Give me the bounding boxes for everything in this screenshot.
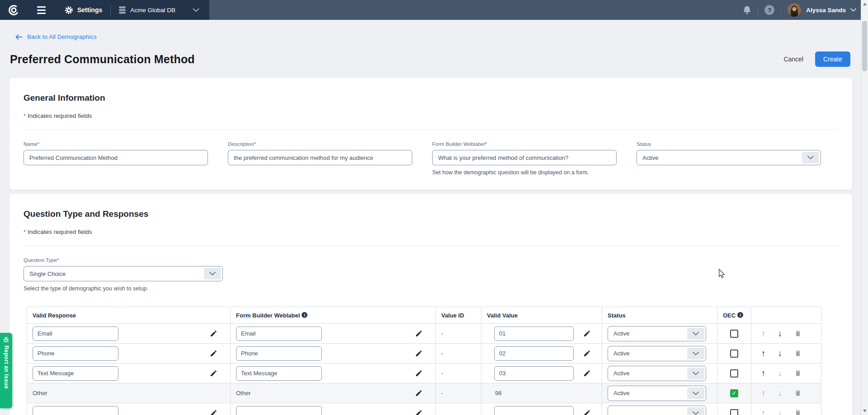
table-row: Other Other - 98 Active ✓ ↑ ↓	[27, 383, 821, 403]
edit-pencil-icon[interactable]	[583, 369, 591, 377]
required-note: * Indicates required fields	[24, 228, 838, 235]
valid-value-input[interactable]	[494, 326, 574, 341]
valid-response-input[interactable]	[33, 406, 118, 415]
delete-trash-icon[interactable]	[794, 409, 802, 415]
create-button[interactable]: Create	[815, 51, 850, 67]
edit-pencil-icon[interactable]	[210, 409, 217, 415]
col-value-id: Value ID	[436, 307, 481, 324]
weblabel-input[interactable]	[236, 366, 322, 381]
chevron-down-icon	[802, 152, 819, 163]
user-name[interactable]: Alyssa Sands	[806, 7, 846, 14]
delete-trash-icon[interactable]	[794, 350, 802, 357]
move-up-button[interactable]: ↑	[761, 329, 766, 338]
avatar[interactable]	[788, 3, 801, 17]
oec-checkbox[interactable]: ✓	[730, 409, 738, 415]
move-down-button[interactable]: ↓	[778, 329, 783, 338]
edit-pencil-icon[interactable]	[583, 409, 591, 415]
valid-response-input[interactable]	[33, 326, 118, 341]
database-icon	[119, 6, 126, 14]
info-icon[interactable]: i	[737, 312, 743, 318]
database-selector[interactable]: Acme Global DB	[119, 6, 175, 14]
edit-pencil-icon[interactable]	[210, 369, 217, 377]
question-type-card: Question Type and Responses * Indicates …	[9, 193, 853, 415]
col-oec: OECi	[717, 307, 751, 324]
move-up-button[interactable]: ↑	[761, 349, 766, 358]
user-chevron-down-icon[interactable]	[850, 8, 856, 12]
back-arrow-icon	[15, 34, 23, 40]
valid-value-input[interactable]	[494, 346, 574, 361]
row-status-select[interactable]: Active	[608, 366, 706, 381]
row-status-select[interactable]	[608, 406, 706, 415]
edit-pencil-icon[interactable]	[583, 350, 591, 357]
name-input[interactable]	[24, 150, 208, 165]
report-issue-tab[interactable]: Report an Issue	[0, 333, 12, 408]
back-link[interactable]: Back to All Demographics	[15, 33, 97, 40]
scroll-down-arrow[interactable]	[863, 410, 867, 412]
row-status-select[interactable]: Active	[608, 346, 706, 361]
table-row: - Active ✓ ↑ ↓	[27, 364, 821, 383]
move-up-button[interactable]: ↑	[761, 409, 766, 415]
edit-pencil-icon[interactable]	[415, 389, 423, 397]
col-status: Status	[602, 307, 717, 324]
row-status-select[interactable]: Active	[608, 386, 706, 401]
weblabel-input[interactable]	[236, 346, 322, 361]
move-down-button[interactable]: ↓	[778, 369, 783, 378]
valid-response-input[interactable]	[33, 366, 118, 381]
general-information-title: General Information	[24, 93, 838, 103]
valid-value-input[interactable]	[494, 406, 574, 415]
row-status-select[interactable]: Active	[608, 326, 706, 341]
oec-checkbox[interactable]: ✓	[730, 330, 738, 338]
edit-pencil-icon[interactable]	[415, 330, 423, 337]
gear-icon	[65, 6, 73, 14]
question-type-label: Question Type*	[24, 257, 838, 263]
move-down-button[interactable]: ↓	[778, 349, 783, 358]
name-field: Name*	[24, 141, 208, 176]
edit-pencil-icon[interactable]	[415, 409, 423, 415]
move-up-button[interactable]: ↑	[761, 389, 766, 397]
delete-trash-icon[interactable]	[794, 330, 802, 337]
scrollbar-thumb[interactable]	[862, 21, 867, 71]
weblabel-label: Form Builder Weblabel*	[432, 141, 617, 147]
oec-checkbox[interactable]: ✓	[730, 369, 738, 378]
description-input[interactable]	[228, 150, 412, 165]
menu-icon[interactable]	[37, 6, 46, 14]
edit-pencil-icon[interactable]	[210, 330, 217, 337]
help-icon[interactable]: ?	[764, 5, 774, 15]
oec-checkbox[interactable]: ✓	[730, 389, 738, 397]
delete-trash-icon[interactable]	[794, 369, 802, 377]
valid-value-input[interactable]	[494, 366, 574, 381]
status-select[interactable]: Active	[637, 150, 821, 165]
move-down-button[interactable]: ↓	[778, 389, 783, 397]
cancel-button[interactable]: Cancel	[783, 56, 803, 63]
scroll-up-arrow[interactable]	[863, 3, 867, 5]
app-logo-icon[interactable]	[7, 4, 20, 16]
weblabel-input[interactable]	[236, 326, 322, 341]
table-header-row: Valid Response Form Builder Weblabeli Va…	[27, 307, 821, 324]
divider	[24, 246, 838, 246]
table-row: - Active ✓ ↑ ↓	[27, 344, 821, 364]
oec-checkbox[interactable]: ✓	[730, 350, 738, 358]
value-id-cell: -	[436, 330, 481, 337]
question-type-select[interactable]: Single Choice	[24, 266, 223, 281]
vertical-scrollbar[interactable]	[861, 0, 868, 415]
valid-response-input[interactable]	[33, 346, 118, 361]
weblabel-input[interactable]	[432, 150, 617, 165]
edit-pencil-icon[interactable]	[415, 369, 423, 377]
col-form-builder-weblabel: Form Builder Weblabeli	[231, 307, 436, 324]
chevron-down-icon	[687, 387, 704, 399]
move-down-button[interactable]: ↓	[778, 409, 783, 415]
edit-pencil-icon[interactable]	[583, 330, 591, 337]
weblabel-text: Other	[236, 390, 251, 396]
database-chevron-down-icon[interactable]	[193, 6, 199, 14]
report-issue-label: Report an Issue	[3, 345, 9, 389]
move-up-button[interactable]: ↑	[761, 369, 766, 378]
info-icon[interactable]: i	[302, 312, 307, 318]
delete-trash-icon[interactable]	[794, 389, 802, 397]
settings-nav[interactable]: Settings	[65, 6, 102, 14]
page-title: Preferred Communication Method	[10, 53, 195, 66]
edit-pencil-icon[interactable]	[415, 350, 423, 357]
notifications-bell-icon[interactable]	[743, 5, 751, 15]
edit-pencil-icon[interactable]	[210, 350, 217, 357]
weblabel-input[interactable]	[236, 406, 322, 415]
page-header: Preferred Communication Method Cancel Cr…	[10, 51, 850, 67]
